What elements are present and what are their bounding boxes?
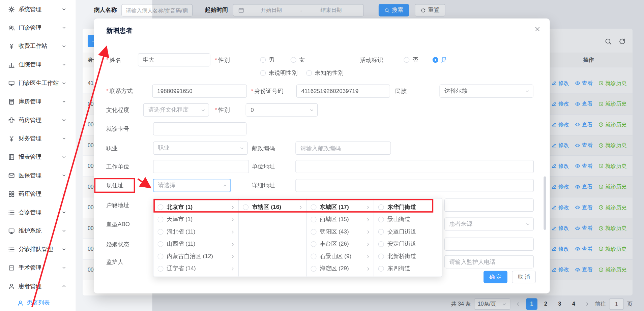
sidebar-item[interactable]: 患者管理: [0, 277, 76, 296]
cascader-option[interactable]: 东四街道: [374, 262, 442, 275]
detail-address-label: 详细地址: [252, 179, 275, 192]
chevron-down-icon: [62, 62, 66, 67]
cascader-option[interactable]: 交道口街道: [374, 226, 442, 238]
active-flag-radio-1[interactable]: 是: [433, 53, 447, 66]
patient-source-select[interactable]: 患者来源: [444, 217, 534, 230]
postal-code-input[interactable]: [295, 142, 391, 155]
chevron-down-icon: [62, 192, 66, 196]
sidebar-item[interactable]: 收费工作站: [0, 37, 76, 56]
radio-icon: [157, 204, 163, 210]
work-unit-label: 工作单位: [106, 160, 129, 173]
confirm-button[interactable]: 确 定: [484, 271, 507, 283]
sidebar-item[interactable]: 财务管理: [0, 129, 76, 148]
active-flag-radio-0[interactable]: 否: [404, 53, 418, 66]
cascader-option[interactable]: 海淀区 (29): [306, 262, 374, 275]
sidebar-item-label: 会诊管理: [19, 209, 62, 216]
marital-right-input[interactable]: [444, 238, 534, 251]
sidebar-item-patient-list[interactable]: 患者列表: [0, 296, 76, 310]
chevron-down-icon: [62, 118, 66, 122]
sidebar-item[interactable]: 会诊管理: [0, 203, 76, 222]
id-number-input[interactable]: [296, 85, 390, 98]
cascader-option[interactable]: 北京市 (1): [153, 201, 238, 214]
mail-icon: [8, 172, 15, 179]
cascader-option[interactable]: 辽宁省 (14): [153, 262, 238, 275]
gender-radio-0[interactable]: 男: [260, 53, 274, 66]
occupation-select[interactable]: 职业: [153, 142, 248, 155]
chevron-down-icon: [62, 44, 66, 48]
gender-radio-3[interactable]: 未知的性别: [306, 66, 344, 80]
list-icon: [8, 246, 15, 252]
gender-radio-2[interactable]: 未说明性别: [260, 66, 297, 80]
work-address-label: 单位地址: [252, 160, 275, 173]
sidebar-item-label: 门诊管理: [19, 24, 62, 31]
list-icon: [8, 209, 15, 215]
cascader-option[interactable]: 西城区 (15): [306, 213, 374, 226]
radio-icon: [311, 217, 316, 222]
gender-radio-1[interactable]: 女: [291, 53, 305, 66]
grid-icon: [8, 191, 15, 197]
gear-icon: [8, 6, 15, 12]
cascader-column-4: 东华门街道景山街道交道口街道安定门街道北新桥街道东四街道: [374, 198, 442, 276]
card-no-input[interactable]: [153, 122, 246, 135]
blood-type-label: 血型ABO: [106, 217, 130, 230]
sidebar-item[interactable]: 药房管理: [0, 111, 76, 129]
education-select[interactable]: 请选择文化程度: [143, 103, 209, 117]
sidebar-item[interactable]: 门诊管理: [0, 19, 76, 37]
sidebar-item[interactable]: 系统管理: [0, 0, 76, 19]
radio-icon: [157, 266, 163, 272]
cancel-button[interactable]: 取 消: [512, 271, 536, 283]
sidebar-item-label: 手术管理: [19, 264, 62, 272]
chevron-down-icon: [239, 146, 244, 150]
radio-icon: [433, 57, 438, 63]
work-unit-input[interactable]: [153, 160, 249, 173]
cascader-option[interactable]: 东城区 (17): [306, 201, 374, 214]
cascader-option[interactable]: 丰台区 (26): [306, 238, 374, 250]
cascader-column-2: 市辖区 (16): [239, 198, 306, 276]
cascader-option[interactable]: 北新桥街道: [374, 250, 442, 263]
chart-icon: [8, 61, 15, 68]
sidebar-item[interactable]: 门诊医生工作站: [0, 74, 76, 92]
radio-icon: [378, 217, 384, 222]
cascader-option[interactable]: 东华门街道: [374, 201, 442, 214]
chevron-up-icon: [62, 284, 66, 288]
cascader-option[interactable]: 河北省 (11): [153, 226, 238, 238]
sidebar-item-label: 住院管理: [19, 61, 62, 68]
detail-address-input[interactable]: [295, 179, 534, 192]
cascader-option[interactable]: 山西省 (11): [153, 238, 238, 250]
sidebar-item-label: 维护系统: [19, 227, 62, 235]
sidebar-item-label: 库房管理: [19, 98, 62, 105]
sidebar-item[interactable]: 维护系统: [0, 222, 76, 240]
chevron-right-icon: [366, 229, 371, 234]
sidebar-item[interactable]: 医保管理: [0, 166, 76, 185]
cascader-option[interactable]: 石景山区 (9): [306, 250, 374, 263]
dialog-scrollbar[interactable]: [544, 177, 546, 230]
cascader-option[interactable]: 市辖区 (16): [239, 201, 306, 214]
current-address-select[interactable]: 请选择: [153, 179, 231, 192]
sidebar-item[interactable]: 药库管理: [0, 185, 76, 203]
close-icon[interactable]: [534, 26, 541, 32]
chevron-down-icon: [62, 210, 66, 214]
work-address-input[interactable]: [295, 160, 534, 173]
radio-icon: [404, 57, 409, 63]
name-input[interactable]: [138, 53, 210, 66]
name-label: *姓名: [106, 53, 121, 66]
radio-icon: [378, 241, 384, 247]
cascader-option[interactable]: 景山街道: [374, 213, 442, 226]
sidebar-item[interactable]: 手术管理: [0, 258, 76, 277]
contact-input[interactable]: [152, 85, 247, 98]
cascader-option[interactable]: 内蒙古自治区 (12): [153, 250, 238, 263]
cascader-option[interactable]: 安定门街道: [374, 238, 442, 250]
radio-icon: [311, 204, 316, 210]
sidebar-menu: 系统管理门诊管理收费工作站住院管理门诊医生工作站库房管理药房管理财务管理报表管理…: [0, 0, 76, 296]
sidebar-item[interactable]: 住院管理: [0, 55, 76, 74]
chevron-right-icon: [366, 267, 371, 271]
sidebar-item[interactable]: 报表管理: [0, 148, 76, 166]
gender-select[interactable]: 0: [246, 103, 318, 117]
cascader-option[interactable]: 天津市 (1): [153, 213, 238, 226]
guardian-phone-input[interactable]: [444, 255, 534, 268]
ethnicity-select[interactable]: 达斡尔族: [439, 85, 533, 98]
cascader-option[interactable]: 朝阳区 (43): [306, 226, 374, 238]
sidebar-item[interactable]: 库房管理: [0, 92, 76, 111]
household-right-input[interactable]: [444, 198, 534, 212]
sidebar-item[interactable]: 分诊排队管理: [0, 240, 76, 258]
